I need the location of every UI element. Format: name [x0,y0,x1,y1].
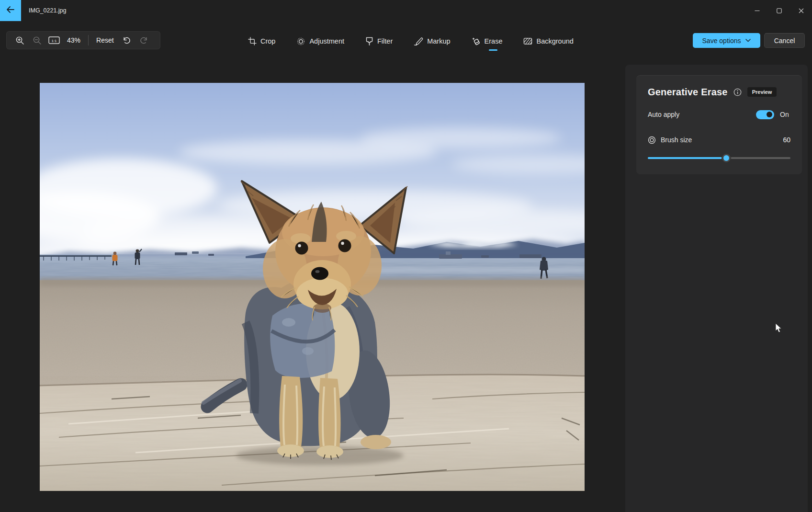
back-button[interactable] [0,0,21,21]
auto-apply-row: Auto apply On [648,107,790,122]
tab-label: Erase [485,37,503,45]
slider-handle[interactable] [722,153,731,163]
auto-apply-label: Auto apply [648,111,679,118]
slider-fill [648,157,726,159]
close-icon [799,8,804,13]
tab-label: Adjustment [309,37,344,45]
crop-icon [248,37,257,46]
adjustment-icon [296,37,305,46]
cancel-label: Cancel [774,37,795,45]
background-icon [523,37,532,46]
chevron-down-icon [745,39,751,42]
generative-erase-card: Generative Erase Preview Auto apply On B… [636,75,802,174]
auto-apply-state: On [780,111,790,118]
tab-label: Filter [377,37,393,45]
tab-label: Crop [260,37,275,45]
one-to-one-icon: 1:1 [48,36,60,45]
undo-button[interactable] [119,33,135,47]
minimize-button[interactable] [746,0,768,21]
reset-button[interactable]: Reset [92,36,118,44]
tab-erase[interactable]: Erase [472,32,503,51]
brush-size-label: Brush size [661,136,692,144]
maximize-button[interactable] [768,0,790,21]
save-options-label: Save options [702,37,741,45]
zoom-in-icon [15,36,24,45]
brush-size-row: Brush size 60 [648,133,790,147]
toggle-knob [767,112,772,117]
actual-size-button[interactable]: 1:1 [46,33,62,47]
auto-apply-toggle[interactable] [756,110,774,119]
erase-side-pane: Generative Erase Preview Auto apply On B… [625,65,808,512]
preview-badge: Preview [747,87,777,97]
zoom-in-button[interactable] [11,33,28,47]
svg-text:1:1: 1:1 [51,39,57,43]
edit-tabs: Crop Adjustment Filter Markup Erase Back… [248,32,574,51]
zoom-out-button[interactable] [29,33,45,47]
filter-icon [365,37,373,46]
tab-label: Background [536,37,573,45]
save-options-button[interactable]: Save options [693,33,760,48]
brush-size-slider[interactable] [648,153,790,163]
back-arrow-icon [6,6,15,15]
tab-crop[interactable]: Crop [248,32,275,51]
tab-label: Markup [427,37,450,45]
tab-markup[interactable]: Markup [414,32,450,51]
tab-filter[interactable]: Filter [365,32,393,51]
erase-icon [472,37,481,46]
brush-size-value: 60 [783,136,790,144]
zoom-out-icon [33,36,42,45]
redo-icon [139,36,148,45]
photo-canvas[interactable] [40,83,585,491]
redo-button[interactable] [136,33,152,47]
window-controls [746,0,812,21]
info-icon[interactable] [733,88,742,96]
zoom-toolbar: 1:1 43% Reset [6,31,160,49]
tab-adjustment[interactable]: Adjustment [296,32,344,51]
minimize-icon [755,8,760,13]
window-title: IMG_0221.jpg [29,0,67,21]
close-button[interactable] [790,0,812,21]
undo-icon [122,36,131,45]
tab-selected-underline [489,49,497,51]
panel-title: Generative Erase [648,87,728,98]
maximize-icon [777,8,782,13]
cancel-button[interactable]: Cancel [764,33,805,48]
tab-background[interactable]: Background [523,32,573,51]
zoom-level-value: 43% [63,36,84,44]
brush-size-icon [648,136,656,144]
markup-icon [414,37,423,46]
toolbar-divider [88,35,89,46]
